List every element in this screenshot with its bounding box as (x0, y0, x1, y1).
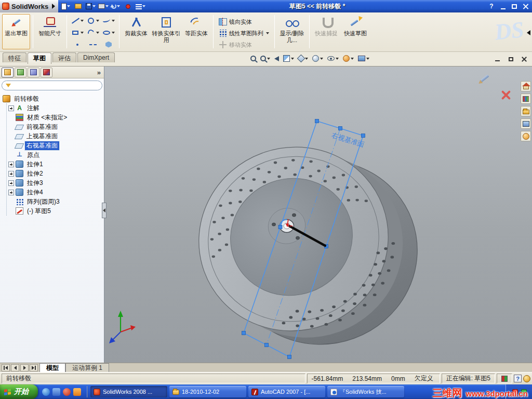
help-button[interactable]: ? (486, 2, 497, 11)
ellipse-tool-button[interactable] (101, 26, 116, 38)
display-style-button[interactable] (312, 55, 323, 62)
tree-item-material[interactable]: 材质 <未指定> (8, 113, 103, 122)
zoom-fit-button[interactable] (250, 56, 256, 61)
trim-entities-button[interactable]: 剪裁实体 (122, 14, 150, 49)
hide-show-items-button[interactable] (327, 56, 339, 61)
tree-item-right-plane[interactable]: 右视基准面 (8, 141, 103, 150)
print-button[interactable] (98, 1, 109, 11)
tree-item-circular-pattern[interactable]: 阵列(圆周)3 (8, 197, 103, 206)
panel-overflow-chevron-icon[interactable]: » (96, 69, 102, 76)
tree-item-origin[interactable]: ⊥ 原点 (8, 150, 103, 159)
expand-toggle[interactable] (8, 171, 14, 177)
open-button[interactable] (73, 1, 84, 11)
line-tool-button[interactable] (70, 15, 85, 26)
graphics-viewport[interactable]: 右视基准面 (104, 66, 532, 363)
exit-sketch-button[interactable]: 退出草图 (2, 14, 30, 49)
zoom-area-button[interactable] (260, 56, 270, 61)
smart-dimension-button[interactable]: 智能尺寸 (36, 14, 64, 49)
cancel-sketch-icon[interactable] (500, 89, 511, 100)
save-button[interactable] (85, 1, 96, 11)
options-button[interactable] (135, 1, 146, 11)
display-delete-relations-button[interactable]: 显示/删除几... (277, 14, 307, 49)
arc-tool-button[interactable] (85, 26, 101, 38)
new-document-button[interactable] (60, 1, 71, 11)
first-tab-button[interactable] (2, 364, 10, 371)
tree-item-sketch5[interactable]: (-) 草图5 (8, 206, 103, 216)
point-tool-button[interactable] (70, 38, 85, 50)
design-library-button[interactable] (521, 94, 531, 104)
menu-expand-arrow-icon[interactable] (52, 4, 55, 9)
view-orientation-button[interactable] (298, 56, 308, 61)
apply-scene-button[interactable] (358, 56, 369, 61)
tab-features[interactable]: 特征 (3, 52, 26, 62)
appearances-button[interactable] (521, 131, 531, 141)
taskbar-item-solidworks[interactable]: SolidWorks 2008 ... (90, 386, 167, 397)
expand-toggle[interactable] (8, 162, 14, 167)
configuration-manager-tab[interactable] (28, 68, 39, 77)
desktop-icon[interactable] (73, 388, 81, 396)
section-view-button[interactable] (283, 55, 294, 62)
messenger-icon[interactable] (52, 388, 60, 396)
tab-sketch[interactable]: 草图 (28, 52, 51, 64)
tree-item-annotations[interactable]: A 注解 (8, 103, 103, 113)
third-party-tab[interactable] (41, 68, 52, 77)
dropdown-arrow-icon[interactable] (266, 32, 269, 34)
status-help-icon[interactable]: ? (514, 375, 522, 382)
centerline-tool-button[interactable] (85, 38, 101, 50)
rectangle-tool-button[interactable] (70, 26, 85, 38)
polygon-tool-button[interactable] (101, 38, 116, 50)
spline-tool-button[interactable] (101, 15, 116, 26)
start-button[interactable]: 开始 (0, 384, 38, 399)
tree-filter-box[interactable] (2, 81, 102, 90)
tab-model[interactable]: 模型 (39, 363, 65, 372)
quick-snaps-button[interactable]: 快速捕捉 (312, 14, 340, 49)
confirmation-sketch-icon[interactable] (476, 71, 492, 86)
solidworks-resources-button[interactable] (521, 81, 531, 91)
expand-toggle[interactable] (8, 105, 14, 111)
doc-close-button[interactable] (521, 56, 528, 62)
tree-item-top-plane[interactable]: 上视基准面 (8, 131, 103, 141)
last-tab-button[interactable] (30, 364, 38, 371)
edit-appearance-button[interactable] (343, 55, 354, 62)
expand-toggle[interactable] (8, 190, 14, 195)
tree-item-extrude4[interactable]: 拉伸4 (8, 188, 103, 197)
tree-root-part[interactable]: 前转移毂 (3, 94, 103, 103)
undo-button[interactable] (110, 1, 121, 11)
internet-explorer-icon[interactable] (42, 388, 50, 396)
prev-tab-button[interactable] (11, 364, 19, 371)
next-tab-button[interactable] (20, 364, 29, 371)
maximize-button[interactable] (509, 2, 520, 11)
tab-dimxpert[interactable]: DimXpert (77, 52, 115, 62)
minimize-button[interactable] (498, 2, 508, 11)
linear-pattern-button[interactable]: 线性草图阵列 (216, 28, 272, 38)
select-button[interactable] (123, 1, 134, 11)
feature-manager-tab[interactable] (2, 68, 14, 77)
media-player-icon[interactable] (63, 388, 71, 396)
status-quick-tips-icon[interactable] (523, 375, 530, 382)
property-manager-tab[interactable] (15, 68, 26, 77)
mirror-entities-button[interactable]: 镜向实体 (216, 17, 272, 27)
taskbar-item-autocad[interactable]: AutoCAD 2007 - [... (248, 386, 325, 397)
tab-motion-study[interactable]: 运动算例 1 (65, 363, 109, 372)
circle-tool-button[interactable] (85, 15, 101, 26)
move-entities-button[interactable]: 移动实体 (216, 39, 272, 50)
tree-filter-input[interactable] (14, 82, 98, 89)
previous-view-button[interactable] (274, 56, 279, 61)
drum-model[interactable] (173, 121, 443, 363)
tree-item-extrude2[interactable]: 拉伸2 (8, 169, 103, 178)
doc-restore-button[interactable] (507, 56, 514, 62)
taskbar-item-browser[interactable]: 『SolidWorks 技... (327, 386, 404, 397)
offset-entities-button[interactable]: 等距实体 (182, 14, 210, 49)
doc-minimize-button[interactable] (494, 56, 501, 62)
tab-evaluate[interactable]: 评估 (52, 52, 76, 62)
expand-toggle[interactable] (8, 180, 14, 186)
rapid-sketch-button[interactable]: 快速草图 (341, 14, 369, 49)
collapse-toolbar-arrow-icon[interactable] (527, 30, 530, 35)
taskbar-item-folder[interactable]: 18-2010-12-02 (169, 386, 246, 397)
convert-entities-button[interactable]: 转换实体引用 (151, 14, 181, 49)
view-palette-button[interactable] (521, 118, 531, 129)
tree-item-front-plane[interactable]: 前视基准面 (8, 122, 103, 131)
tree-item-extrude3[interactable]: 拉伸3 (8, 178, 103, 188)
file-explorer-button[interactable] (521, 106, 531, 116)
panel-splitter-handle[interactable] (102, 203, 107, 218)
